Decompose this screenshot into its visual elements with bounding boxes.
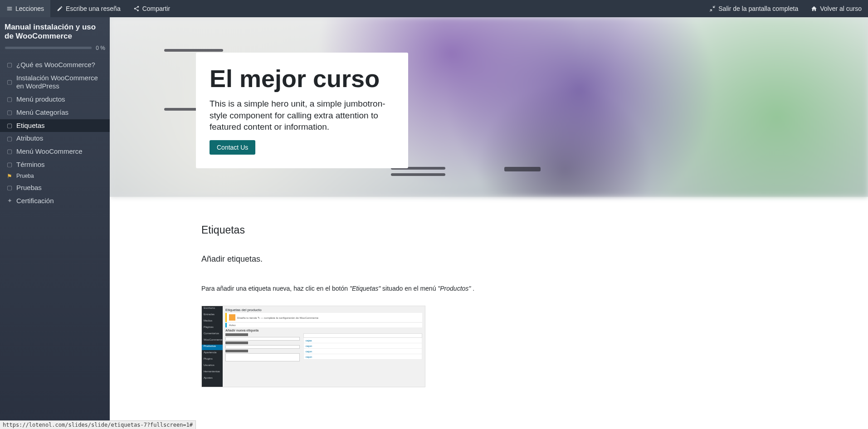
pencil-icon [57,5,63,12]
sidebar-item-5[interactable]: ▢Atributos [0,132,110,145]
course-sidebar: Manual instalación y uso de WooCommerce … [0,17,110,429]
nav-lessons-label: Lecciones [15,5,44,12]
nav-exit-fullscreen-label: Salir de la pantalla completa [718,5,798,12]
document-icon: ▢ [6,122,13,129]
nav-lessons[interactable]: Lecciones [0,0,50,17]
contact-us-button[interactable]: Contact Us [210,140,255,155]
nav-share[interactable]: Compartir [127,0,176,17]
lesson-list: ▢¿Qué es WooCommerce?▢Instalación WooCom… [0,58,110,208]
sidebar-item-3[interactable]: ▢Menú Categorías [0,106,110,119]
exit-fullscreen-icon [709,5,716,12]
sidebar-item-9[interactable]: ▢Pruebas [0,181,110,195]
sidebar-item-label: Certificación [16,197,105,205]
course-title: Manual instalación y uso de WooCommerce [0,17,110,45]
sidebar-item-label: Prueba [16,173,105,180]
sidebar-item-label: ¿Qué es WooCommerce? [16,61,105,69]
sidebar-item-1[interactable]: ▢Instalación WooCommerce en WordPress [0,72,110,93]
article-heading: Etiquetas [201,224,537,236]
document-icon: ▢ [6,78,13,86]
sidebar-item-label: Términos [16,161,105,169]
sidebar-item-label: Atributos [16,134,105,143]
document-icon: ▢ [6,148,13,155]
sidebar-item-6[interactable]: ▢Menú WooCommerce [0,145,110,158]
sidebar-item-4[interactable]: ▢Etiquetas [0,119,110,132]
nav-exit-fullscreen[interactable]: Salir de la pantalla completa [703,0,805,17]
flag-icon: ⚑ [6,173,13,180]
nav-share-label: Compartir [142,5,170,12]
document-icon: ▢ [6,184,13,191]
top-nav: Lecciones Escribe una reseña Compartir S… [0,0,868,17]
sidebar-item-8[interactable]: ⚑Prueba [0,171,110,181]
sidebar-item-label: Menú productos [16,95,105,104]
nav-back-to-course-label: Volver al curso [820,5,862,12]
progress-percent: 0 % [96,45,105,51]
hero-banner: El mejor curso This is a simple hero uni… [110,17,868,197]
main-content: El mejor curso This is a simple hero uni… [110,17,868,429]
share-icon [133,5,140,12]
document-icon: ▢ [6,96,13,103]
status-bar-url: https://lotenol.com/slides/slide/etiquet… [0,420,196,429]
hero-text: This is a simple hero unit, a simple jum… [210,98,395,133]
nav-write-review-label: Escribe una reseña [66,5,121,12]
sidebar-item-7[interactable]: ▢Términos [0,158,110,171]
article-lead: Añadir etiquetas. [201,254,537,264]
progress-bar [5,46,92,49]
sidebar-item-label: Menú Categorías [16,108,105,117]
nav-write-review[interactable]: Escribe una reseña [50,0,127,17]
hero-card: El mejor curso This is a simple hero uni… [196,53,408,168]
certificate-icon: ✦ [6,197,13,205]
course-progress: 0 % [0,45,110,55]
sidebar-item-label: Instalación WooCommerce en WordPress [16,74,105,91]
home-icon [811,5,817,12]
sidebar-item-label: Menú WooCommerce [16,147,105,156]
sidebar-item-label: Etiquetas [16,122,105,130]
document-icon: ▢ [6,61,13,68]
embedded-screenshot: Escritorio Entradas Medios Páginas Comen… [201,306,425,387]
document-icon: ▢ [6,161,13,168]
sidebar-item-0[interactable]: ▢¿Qué es WooCommerce? [0,58,110,72]
nav-back-to-course[interactable]: Volver al curso [805,0,868,17]
sidebar-item-10[interactable]: ✦Certificación [0,195,110,208]
hero-title: El mejor curso [210,64,395,93]
sidebar-item-label: Pruebas [16,184,105,192]
article-paragraph: Para añadir una etiqueta nueva, haz clic… [201,285,537,292]
lesson-article: Etiquetas Añadir etiquetas. Para añadir … [110,197,868,387]
document-icon: ▢ [6,109,13,116]
sidebar-item-2[interactable]: ▢Menú productos [0,93,110,106]
menu-icon [6,5,13,12]
document-icon: ▢ [6,135,13,142]
